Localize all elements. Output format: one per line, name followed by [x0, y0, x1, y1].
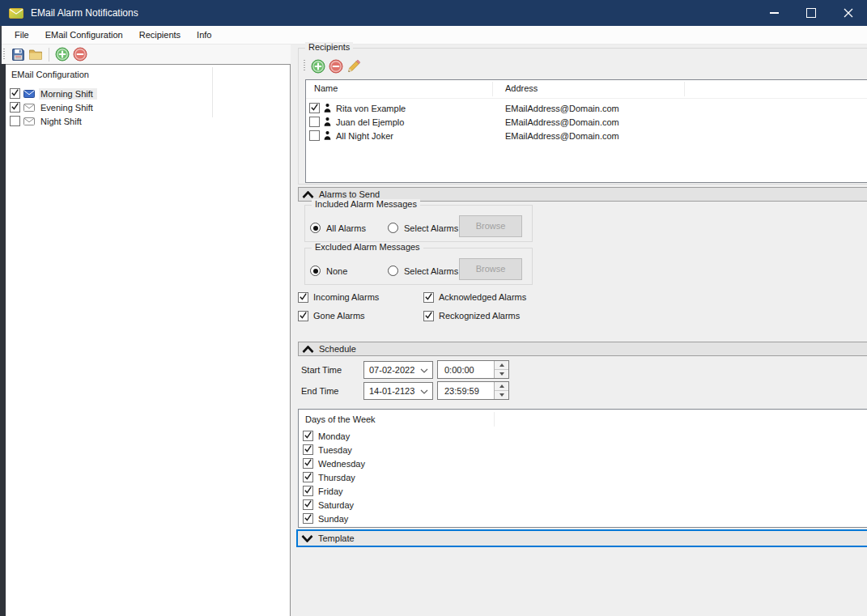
incoming-alarms-checkbox[interactable] — [298, 292, 308, 303]
day-label: Friday — [318, 486, 343, 496]
day-row-sunday[interactable]: Sunday — [299, 512, 867, 525]
recipient-checkbox[interactable] — [309, 103, 320, 113]
reckognized-alarms-label: Reckognized Alarms — [439, 311, 520, 321]
sunday-checkbox[interactable] — [303, 513, 313, 524]
day-row-friday[interactable]: Friday — [299, 484, 867, 498]
column-divider[interactable] — [492, 82, 493, 96]
none-radio[interactable] — [310, 266, 321, 276]
red-minus-circle-icon — [329, 59, 343, 74]
select-alarms-label: Select Alarms — [404, 266, 458, 276]
start-time-spinner[interactable]: 0:00:00 — [437, 360, 509, 379]
gone-alarms-checkbox[interactable] — [298, 311, 308, 321]
recipient-row[interactable]: Juan del Ejemplo EMailAddress@Domain.com — [306, 115, 867, 129]
config-checkbox-evening[interactable] — [10, 102, 20, 113]
person-icon — [324, 130, 331, 141]
close-button[interactable] — [830, 0, 867, 26]
start-time-label: Start Time — [301, 365, 342, 375]
remove-config-button[interactable] — [71, 46, 89, 63]
day-row-saturday[interactable]: Saturday — [299, 498, 867, 512]
column-divider[interactable] — [684, 82, 685, 96]
select-alarms-radio[interactable] — [388, 266, 398, 276]
add-recipient-button[interactable] — [309, 57, 327, 74]
recipients-list: Name Address Rita von Example EMailAddre… — [305, 79, 867, 183]
select-alarms-option[interactable]: Select Alarms — [388, 223, 458, 233]
recipient-checkbox[interactable] — [309, 130, 320, 141]
green-plus-circle-icon — [311, 59, 325, 74]
menu-email-configuration[interactable]: EMail Configuration — [37, 26, 131, 44]
day-row-tuesday[interactable]: Tuesday — [299, 443, 867, 457]
recipient-row[interactable]: All Night Joker EMailAddress@Domain.com — [306, 129, 867, 142]
toolbar-grip[interactable] — [3, 49, 5, 61]
thursday-checkbox[interactable] — [303, 472, 313, 482]
spin-up-button[interactable] — [495, 382, 508, 391]
end-date-combobox[interactable]: 14-01-2123 — [363, 382, 433, 400]
config-item-morning-shift[interactable]: Morning Shift — [6, 87, 290, 100]
reckognized-alarms-checkbox[interactable] — [423, 311, 434, 321]
menu-info[interactable]: Info — [189, 26, 219, 44]
close-x-icon — [844, 8, 853, 18]
days-of-week-list: Days of the Week Monday Tuesday Wednesda… — [298, 409, 867, 528]
monday-checkbox[interactable] — [303, 431, 313, 441]
spin-up-button[interactable] — [495, 361, 508, 370]
down-arrow-icon — [499, 372, 504, 376]
maximize-button[interactable] — [793, 0, 830, 26]
acknowledged-alarms-option[interactable]: Acknowledged Alarms — [423, 291, 526, 303]
wednesday-checkbox[interactable] — [303, 458, 313, 469]
column-header-address[interactable]: Address — [505, 83, 538, 93]
tuesday-checkbox[interactable] — [303, 444, 313, 455]
included-group-label: Included Alarm Messages — [312, 199, 420, 209]
incoming-alarms-option[interactable]: Incoming Alarms — [298, 291, 379, 303]
saturday-checkbox[interactable] — [303, 499, 313, 510]
select-alarms-option[interactable]: Select Alarms — [388, 266, 458, 276]
template-title: Template — [318, 533, 355, 543]
config-checkbox-night[interactable] — [10, 116, 20, 126]
add-config-button[interactable] — [53, 46, 71, 63]
template-expander[interactable]: Template — [296, 529, 867, 547]
config-item-night-shift[interactable]: Night Shift — [6, 114, 290, 128]
config-column-header[interactable]: EMail Configuration — [11, 70, 89, 79]
end-date-value: 14-01-2123 — [369, 386, 414, 396]
all-alarms-option[interactable]: All Alarms — [310, 223, 366, 233]
start-date-value: 07-02-2022 — [369, 365, 414, 375]
config-checkbox-morning[interactable] — [10, 88, 20, 99]
config-list-header: EMail Configuration — [6, 65, 290, 86]
spin-down-button[interactable] — [495, 391, 508, 399]
recipient-row[interactable]: Rita von Example EMailAddress@Domain.com — [306, 101, 867, 115]
column-header-name[interactable]: Name — [314, 83, 338, 93]
day-label: Wednesday — [318, 459, 365, 469]
end-time-spinner[interactable]: 23:59:59 — [437, 381, 509, 400]
recipients-group: Recipients — [298, 48, 867, 185]
schedule-expander[interactable]: Schedule — [298, 342, 867, 356]
edit-recipient-button[interactable] — [345, 57, 363, 74]
menu-file[interactable]: File — [6, 26, 37, 44]
recipient-checkbox[interactable] — [309, 117, 320, 127]
recipient-address: EMailAddress@Domain.com — [505, 131, 619, 141]
window-title: EMail Alarm Notifications — [31, 7, 138, 19]
friday-checkbox[interactable] — [303, 486, 313, 496]
gone-alarms-option[interactable]: Gone Alarms — [298, 310, 365, 321]
spinner-buttons — [494, 361, 508, 378]
pencil-icon — [346, 59, 361, 74]
all-alarms-label: All Alarms — [326, 223, 366, 233]
reckognized-alarms-option[interactable]: Reckognized Alarms — [423, 310, 520, 321]
open-config-button[interactable] — [27, 46, 45, 63]
config-item-evening-shift[interactable]: Evening Shift — [6, 100, 290, 114]
toolbar-grip[interactable] — [304, 60, 305, 72]
start-date-combobox[interactable]: 07-02-2022 — [363, 361, 433, 379]
spin-down-button[interactable] — [495, 370, 508, 378]
column-divider[interactable] — [494, 412, 495, 427]
acknowledged-alarms-checkbox[interactable] — [423, 292, 434, 303]
day-row-thursday[interactable]: Thursday — [299, 470, 867, 484]
menu-recipients[interactable]: Recipients — [131, 26, 189, 44]
none-option[interactable]: None — [310, 266, 347, 276]
day-row-monday[interactable]: Monday — [299, 429, 867, 443]
all-alarms-radio[interactable] — [310, 223, 321, 233]
remove-recipient-button[interactable] — [327, 57, 345, 74]
select-alarms-radio[interactable] — [388, 223, 398, 233]
save-button[interactable] — [9, 46, 27, 63]
column-header-days[interactable]: Days of the Week — [305, 414, 376, 424]
browse-excluded-button[interactable]: Browse — [459, 258, 522, 280]
day-row-wednesday[interactable]: Wednesday — [299, 457, 867, 470]
minimize-button[interactable] — [755, 0, 793, 26]
browse-included-button[interactable]: Browse — [459, 215, 522, 237]
